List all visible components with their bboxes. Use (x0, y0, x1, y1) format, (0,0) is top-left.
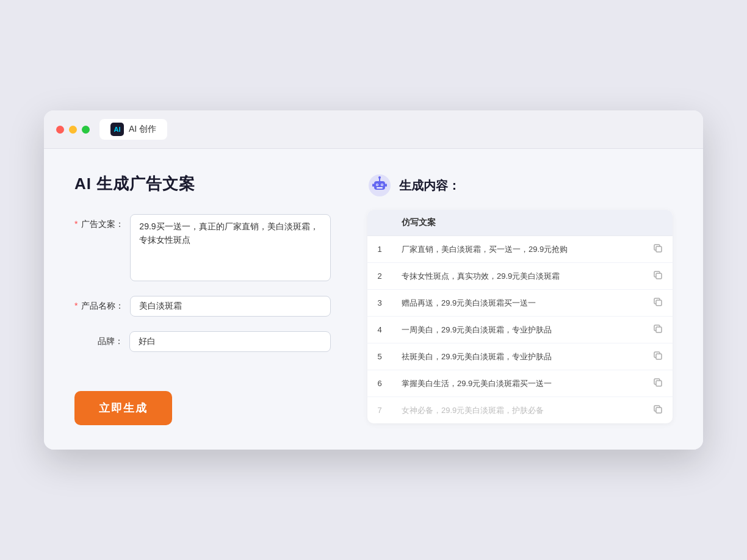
table-row: 6 掌握美白生活，29.9元美白淡斑霜买一送一 (367, 370, 673, 397)
copy-button[interactable] (643, 343, 673, 370)
svg-rect-17 (656, 407, 662, 413)
content-area: AI 生成广告文案 * 广告文案： * 产品名称： 品牌 (44, 149, 703, 450)
maximize-button[interactable] (82, 126, 90, 134)
right-panel: 生成内容： 仿写文案 1 厂家直销，美白淡斑霜，买一送一，29.9元抢购 (367, 173, 673, 425)
copy-icon[interactable] (653, 246, 663, 255)
svg-rect-15 (656, 354, 662, 359)
table-row: 7 女神必备，29.9元美白淡斑霜，护肤必备 (367, 397, 673, 424)
title-bar: AI AI 创作 (44, 110, 703, 149)
traffic-lights (56, 126, 90, 134)
svg-rect-11 (656, 246, 662, 252)
row-text: 掌握美白生活，29.9元美白淡斑霜买一送一 (392, 370, 643, 397)
row-number: 3 (367, 290, 392, 317)
row-text: 专抹女性斑点，真实功效，29.9元美白淡斑霜 (392, 263, 643, 290)
row-number: 1 (367, 236, 392, 263)
brand-group: 品牌： (74, 331, 331, 352)
robot-icon (367, 173, 392, 198)
row-text: 祛斑美白，29.9元美白淡斑霜，专业护肤品 (392, 343, 643, 370)
page-title: AI 生成广告文案 (74, 173, 331, 195)
table-header-num (367, 210, 392, 236)
tab-label: AI 创作 (129, 124, 156, 135)
svg-rect-12 (656, 273, 662, 279)
ad-copy-label: * 广告文案： (74, 214, 124, 230)
result-table: 仿写文案 1 厂家直销，美白淡斑霜，买一送一，29.9元抢购 2 专抹女性斑点， (367, 210, 673, 423)
generate-button[interactable]: 立即生成 (74, 391, 172, 425)
row-number: 5 (367, 343, 392, 370)
svg-rect-9 (372, 184, 374, 187)
table-row: 3 赠品再送，29.9元美白淡斑霜买一送一 (367, 290, 673, 317)
svg-rect-14 (656, 327, 662, 332)
row-number: 7 (367, 397, 392, 424)
brand-input[interactable] (129, 331, 331, 352)
table-row: 1 厂家直销，美白淡斑霜，买一送一，29.9元抢购 (367, 236, 673, 263)
svg-point-4 (377, 184, 378, 185)
ai-tab-icon: AI (110, 123, 124, 136)
left-panel: AI 生成广告文案 * 广告文案： * 产品名称： 品牌 (74, 173, 331, 425)
svg-rect-13 (656, 300, 662, 306)
copy-icon[interactable] (653, 273, 663, 282)
required-star-2: * (74, 301, 78, 311)
row-number: 6 (367, 370, 392, 397)
svg-rect-6 (377, 187, 383, 188)
svg-point-5 (381, 184, 383, 185)
product-name-input[interactable] (130, 296, 331, 317)
copy-icon[interactable] (653, 326, 663, 336)
product-name-group: * 产品名称： (74, 296, 331, 317)
svg-rect-10 (385, 184, 387, 187)
svg-point-8 (378, 176, 381, 179)
row-text: 一周美白，29.9元美白淡斑霜，专业护肤品 (392, 317, 643, 343)
copy-button[interactable] (643, 236, 673, 263)
ad-copy-group: * 广告文案： (74, 214, 331, 281)
row-number: 4 (367, 317, 392, 343)
copy-button[interactable] (643, 397, 673, 424)
copy-button[interactable] (643, 317, 673, 343)
ad-copy-input[interactable] (130, 214, 331, 281)
copy-icon[interactable] (653, 300, 663, 309)
required-star-1: * (74, 219, 78, 229)
row-text: 赠品再送，29.9元美白淡斑霜买一送一 (392, 290, 643, 317)
copy-button[interactable] (643, 290, 673, 317)
result-title: 生成内容： (399, 178, 460, 194)
table-row: 4 一周美白，29.9元美白淡斑霜，专业护肤品 (367, 317, 673, 343)
table-header-action (643, 210, 673, 236)
ai-tab[interactable]: AI AI 创作 (99, 119, 167, 140)
copy-icon[interactable] (653, 407, 663, 416)
product-name-label: * 产品名称： (74, 296, 124, 312)
row-text: 厂家直销，美白淡斑霜，买一送一，29.9元抢购 (392, 236, 643, 263)
table-row: 2 专抹女性斑点，真实功效，29.9元美白淡斑霜 (367, 263, 673, 290)
close-button[interactable] (56, 126, 64, 134)
svg-rect-16 (656, 381, 662, 386)
copy-button[interactable] (643, 263, 673, 290)
copy-icon[interactable] (653, 380, 663, 389)
browser-window: AI AI 创作 AI 生成广告文案 * 广告文案： * 产品名称： (44, 110, 703, 450)
minimize-button[interactable] (69, 126, 77, 134)
result-header: 生成内容： (367, 173, 673, 198)
row-text: 女神必备，29.9元美白淡斑霜，护肤必备 (392, 397, 643, 424)
table-header-text: 仿写文案 (392, 210, 643, 236)
row-number: 2 (367, 263, 392, 290)
copy-icon[interactable] (653, 353, 663, 362)
copy-button[interactable] (643, 370, 673, 397)
table-row: 5 祛斑美白，29.9元美白淡斑霜，专业护肤品 (367, 343, 673, 370)
brand-label: 品牌： (74, 331, 123, 347)
